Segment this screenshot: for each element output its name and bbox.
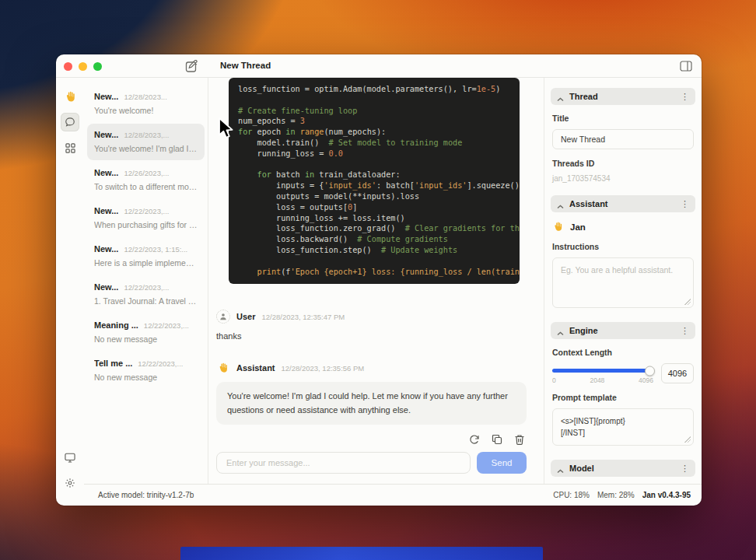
threads-nav-icon[interactable]: [61, 113, 79, 131]
mem-status: Mem: 28%: [597, 491, 635, 499]
delete-icon[interactable]: [514, 434, 525, 445]
thread-section-header[interactable]: Thread ⋮: [551, 88, 695, 105]
background-window-strip: [180, 547, 543, 560]
kebab-menu-icon[interactable]: ⋮: [681, 199, 689, 209]
slider-ticks: 0 2048 4096: [552, 376, 653, 384]
thread-item-preview: No new message: [94, 373, 198, 382]
prompt-template-label: Prompt template: [552, 393, 694, 402]
send-button[interactable]: Send: [477, 452, 527, 474]
context-length-value[interactable]: 4096: [661, 363, 694, 383]
model-section-header[interactable]: Model ⋮: [551, 460, 695, 477]
thread-list: New... 12/28/2023... You're welcome! New…: [84, 78, 208, 484]
thread-item-date: 12/22/2023,...: [124, 207, 169, 215]
prompt-template-textarea[interactable]: <s>[INST]{prompt} [/INST]: [552, 408, 694, 446]
user-avatar: [216, 310, 230, 324]
compose-icon[interactable]: [185, 60, 198, 73]
thread-item-preview: You're welcome!: [94, 106, 198, 115]
user-message-header: User 12/28/2023, 12:35:47 PM: [216, 310, 527, 324]
chat-main: loss_function = optim.Adam(model.paramet…: [208, 78, 544, 484]
thread-item-title: New...: [94, 282, 118, 292]
thread-item-date: 12/28/2023,...: [124, 131, 169, 139]
engine-section-header[interactable]: Engine ⋮: [551, 322, 695, 339]
chevron-up-icon: [557, 94, 564, 99]
thread-list-item[interactable]: New... 12/22/2023, 1:15:... Here is a si…: [87, 238, 205, 275]
message-role: User: [236, 312, 255, 321]
chat-scroll-area[interactable]: loss_function = optim.Adam(model.paramet…: [208, 78, 544, 431]
assistant-name: Jan: [570, 222, 586, 232]
active-model-status: Active model: trinity-v1.2-7b: [98, 491, 553, 499]
regenerate-icon[interactable]: [469, 434, 480, 445]
thread-item-title: New...: [94, 244, 118, 254]
thread-list-item[interactable]: New... 12/22/2023,... When purchasing gi…: [87, 200, 205, 236]
context-length-slider[interactable]: [552, 369, 653, 373]
zoom-icon[interactable]: [93, 62, 102, 71]
grid-apps-icon[interactable]: [61, 138, 79, 157]
thread-item-date: 12/22/2023,...: [124, 283, 169, 292]
page-title: New Thread: [220, 61, 271, 70]
thread-item-preview: To switch to a different model,...: [94, 182, 198, 191]
window-titlebar: New Thread: [56, 54, 702, 78]
kebab-menu-icon[interactable]: ⋮: [681, 92, 689, 102]
thread-item-date: 12/26/2023,...: [124, 169, 169, 177]
cpu-status: CPU: 18%: [553, 491, 590, 499]
assistant-avatar: [216, 361, 230, 375]
thread-item-title: Tell me ...: [94, 359, 132, 368]
thread-item-preview: Here is a simple implementati...: [94, 258, 198, 268]
chevron-up-icon: [557, 201, 564, 206]
thread-list-item[interactable]: Tell me ... 12/22/2023,... No new messag…: [87, 352, 205, 389]
thread-item-date: 12/22/2023, 1:15:...: [124, 245, 187, 254]
wave-hand-icon[interactable]: [61, 87, 79, 106]
chevron-up-icon: [557, 328, 564, 333]
app-version: Jan v0.4.3-95: [642, 491, 691, 499]
title-label: Title: [552, 114, 694, 123]
minimize-icon[interactable]: [79, 62, 87, 71]
message-timestamp: 12/28/2023, 12:35:47 PM: [261, 313, 345, 321]
thread-item-title: Meaning ...: [94, 320, 138, 330]
settings-gear-icon[interactable]: [61, 474, 79, 492]
slider-thumb[interactable]: [645, 366, 655, 376]
assistant-section-header[interactable]: Assistant ⋮: [551, 195, 695, 212]
instructions-textarea[interactable]: [552, 257, 694, 308]
panel-toggle-icon[interactable]: [680, 61, 692, 72]
message-actions: [216, 431, 527, 452]
thread-item-preview: 1. Travel Journal: A travel journ...: [94, 296, 198, 306]
user-message-text: thanks: [216, 331, 527, 341]
thread-item-preview: You're welcome! I'm glad I cou...: [94, 144, 198, 153]
traffic-lights: [64, 62, 102, 71]
chevron-up-icon: [557, 466, 564, 471]
jan-app-window: New Thread: [56, 54, 702, 506]
threads-id-label: Threads ID: [552, 159, 694, 168]
kebab-menu-icon[interactable]: ⋮: [681, 326, 689, 336]
threads-id-value: jan_1703574534: [552, 174, 694, 183]
assistant-message-header: Assistant 12/28/2023, 12:35:56 PM: [216, 361, 527, 375]
thread-item-date: 12/28/2023...: [124, 93, 166, 101]
thread-list-item[interactable]: New... 12/28/2023,... You're welcome! I'…: [87, 124, 205, 160]
copy-icon[interactable]: [492, 434, 502, 445]
message-role: Assistant: [236, 363, 275, 373]
left-rail: [56, 78, 84, 506]
thread-item-date: 12/22/2023,...: [138, 359, 183, 368]
thread-item-title: New...: [94, 168, 118, 177]
composer: Send: [208, 431, 544, 484]
kebab-menu-icon[interactable]: ⋮: [681, 464, 689, 474]
thread-title-input[interactable]: [552, 129, 694, 149]
close-icon[interactable]: [64, 62, 72, 71]
status-bar: Active model: trinity-v1.2-7b CPU: 18% M…: [84, 484, 702, 506]
thread-item-preview: No new message: [94, 334, 198, 344]
thread-item-date: 12/22/2023,...: [144, 321, 189, 330]
thread-list-item[interactable]: New... 12/28/2023... You're welcome!: [87, 86, 205, 122]
thread-item-title: New...: [94, 92, 118, 101]
thread-list-item[interactable]: New... 12/26/2023,... To switch to a dif…: [87, 162, 205, 198]
assistant-section-body: Jan Instructions: [551, 212, 695, 322]
model-section-body: Mistral Instruct 7B Q4 ▲▼ Max Tokens: [551, 477, 695, 484]
thread-item-preview: When purchasing gifts for in-...: [94, 220, 198, 229]
message-input[interactable]: [216, 452, 471, 474]
thread-list-item[interactable]: Meaning ... 12/22/2023,... No new messag…: [87, 314, 205, 351]
thread-section-body: Title Threads ID jan_1703574534: [551, 105, 695, 195]
thread-item-title: New...: [94, 130, 118, 139]
wave-hand-icon: [552, 221, 564, 233]
system-monitor-icon[interactable]: [61, 448, 79, 467]
thread-list-item[interactable]: New... 12/22/2023,... 1. Travel Journal:…: [87, 276, 205, 313]
message-timestamp: 12/28/2023, 12:35:56 PM: [282, 364, 365, 373]
engine-section-body: Context Length 0 2048 4096: [551, 339, 695, 460]
